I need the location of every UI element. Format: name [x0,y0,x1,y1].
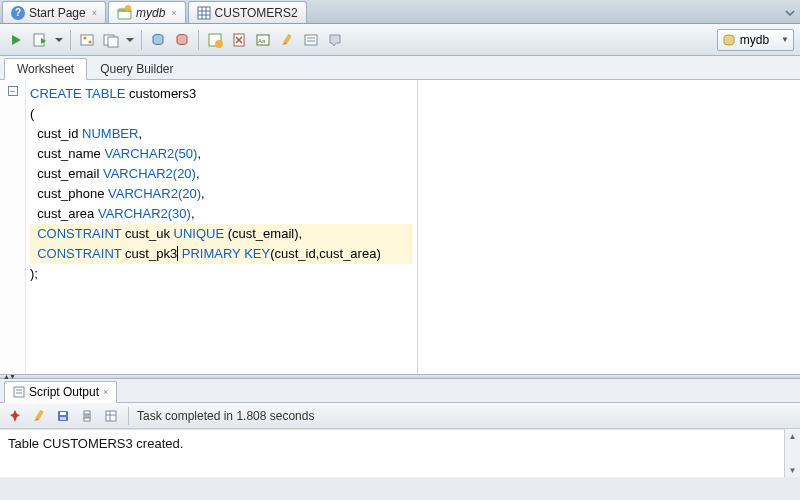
explain-plan-button[interactable] [77,30,97,50]
document-tab-bar: ? Start Page × mydb × CUSTOMERS2 [0,0,800,24]
commit-button[interactable] [148,30,168,50]
svg-rect-37 [84,418,90,421]
fold-toggle[interactable]: − [8,86,18,96]
save-output-button[interactable] [54,407,72,425]
status-text: Task completed in 1.808 seconds [137,409,314,423]
help-icon: ? [11,6,25,20]
output-body[interactable]: Table CUSTOMERS3 created. [0,429,800,477]
script-output-icon [13,386,25,398]
svg-point-17 [215,40,223,48]
tab-list-dropdown[interactable] [780,3,800,23]
tab-label: mydb [136,6,165,20]
svg-rect-13 [108,37,118,47]
connection-label: mydb [740,33,769,47]
format-button[interactable] [277,30,297,50]
dropdown-icon[interactable] [54,30,64,50]
connection-selector[interactable]: mydb ▼ [717,29,794,51]
svg-text:Aa: Aa [258,38,266,44]
scroll-down-icon[interactable]: ▼ [785,463,800,477]
code-content[interactable]: CREATE TABLE customers3 ( cust_id NUMBER… [26,80,417,374]
editor-gutter: − [0,80,26,374]
close-icon[interactable]: × [103,387,108,397]
unshared-worksheet-button[interactable] [205,30,225,50]
sql-editor[interactable]: − CREATE TABLE customers3 ( cust_id NUMB… [0,80,800,374]
tab-mydb[interactable]: mydb × [108,1,186,23]
separator [70,30,71,50]
close-icon[interactable]: × [171,8,176,18]
separator [141,30,142,50]
output-panel: Table CUSTOMERS3 created. ▲ ▼ [0,429,800,477]
svg-rect-24 [305,35,317,45]
tab-start-page[interactable]: ? Start Page × [2,1,106,23]
scroll-up-icon[interactable]: ▲ [785,429,800,443]
svg-rect-33 [60,412,66,415]
svg-rect-9 [81,35,93,45]
svg-rect-36 [84,411,90,414]
tab-label: Start Page [29,6,86,20]
sql-history-button[interactable]: Aa [253,30,273,50]
svg-rect-34 [60,417,66,420]
svg-rect-3 [198,7,210,19]
rollback-button[interactable] [172,30,192,50]
subtab-label: Worksheet [17,62,74,76]
run-statement-button[interactable] [6,30,26,50]
dbms-output-button[interactable] [325,30,345,50]
main-toolbar: Aa mydb ▼ [0,24,800,56]
buffer-size-button[interactable] [102,407,120,425]
svg-rect-28 [14,387,24,397]
chevron-down-icon: ▼ [781,35,789,44]
autotrace-button[interactable] [101,30,121,50]
vertical-scrollbar[interactable]: ▲ ▼ [784,429,800,477]
svg-point-11 [89,40,92,43]
clear-button[interactable] [229,30,249,50]
output-tab-bar: Script Output × [0,379,800,403]
editor-right-pane [418,80,801,374]
subtab-query-builder[interactable]: Query Builder [87,57,186,79]
sql-worksheet-icon [117,5,132,20]
close-icon[interactable]: × [92,8,97,18]
subtab-worksheet[interactable]: Worksheet [4,58,87,80]
separator [128,407,129,425]
run-script-button[interactable] [30,30,50,50]
table-icon [197,6,211,20]
worksheet-subtab-bar: Worksheet Query Builder [0,56,800,80]
options-button[interactable] [301,30,321,50]
tab-script-output[interactable]: Script Output × [4,381,117,403]
svg-point-2 [125,5,131,11]
separator [198,30,199,50]
output-toolbar: Task completed in 1.808 seconds [0,403,800,429]
clear-output-button[interactable] [30,407,48,425]
print-output-button[interactable] [78,407,96,425]
svg-point-10 [84,36,87,39]
tab-label: CUSTOMERS2 [215,6,298,20]
output-message: Table CUSTOMERS3 created. [8,436,183,451]
pin-button[interactable] [6,407,24,425]
database-icon [722,33,736,47]
output-tab-label: Script Output [29,385,99,399]
dropdown-icon[interactable] [125,30,135,50]
subtab-label: Query Builder [100,62,173,76]
tab-customers2[interactable]: CUSTOMERS2 [188,1,307,23]
svg-rect-38 [106,411,116,421]
